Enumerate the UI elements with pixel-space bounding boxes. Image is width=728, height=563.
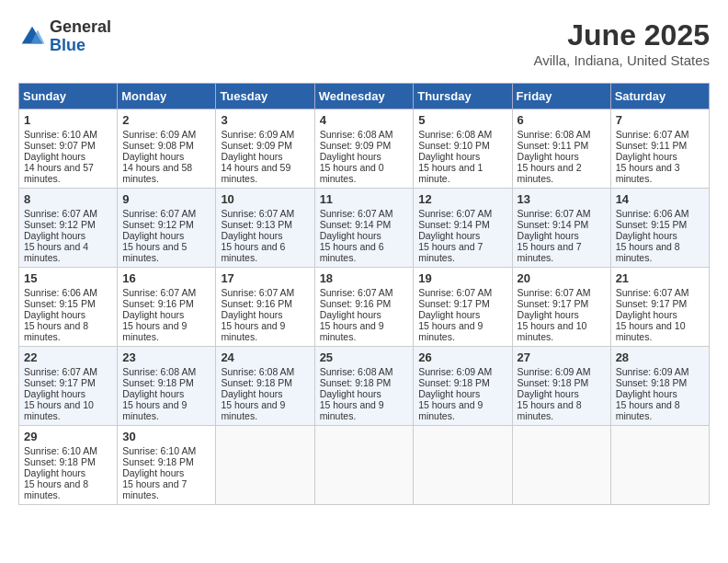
calendar-week-row: 8 Sunrise: 6:07 AM Sunset: 9:12 PM Dayli…: [19, 189, 710, 268]
day-number: 9: [122, 192, 210, 206]
day-number: 23: [122, 350, 210, 364]
daylight-label: Daylight hours: [320, 309, 381, 320]
day-number: 22: [24, 350, 112, 364]
daylight-label: Daylight hours: [320, 230, 381, 241]
daylight-label: Daylight hours: [24, 309, 85, 320]
daylight-value: 15 hours and 8 minutes.: [24, 320, 88, 342]
sunset-label: Sunset: 9:11 PM: [616, 140, 688, 151]
calendar-cell: 26 Sunrise: 6:09 AM Sunset: 9:18 PM Dayl…: [414, 347, 512, 426]
weekday-header: Wednesday: [314, 84, 414, 109]
calendar-cell: 16 Sunrise: 6:07 AM Sunset: 9:16 PM Dayl…: [118, 268, 216, 347]
weekday-header: Monday: [118, 84, 216, 109]
daylight-value: 15 hours and 9 minutes.: [418, 399, 483, 421]
calendar-cell: 13 Sunrise: 6:07 AM Sunset: 9:14 PM Dayl…: [512, 189, 610, 268]
calendar-cell: 19 Sunrise: 6:07 AM Sunset: 9:17 PM Dayl…: [414, 268, 512, 347]
daylight-label: Daylight hours: [518, 309, 579, 320]
sunset-label: Sunset: 9:15 PM: [616, 219, 688, 230]
daylight-value: 15 hours and 8 minutes.: [616, 399, 680, 421]
day-number: 5: [418, 113, 506, 127]
calendar-cell: 18 Sunrise: 6:07 AM Sunset: 9:16 PM Dayl…: [314, 268, 414, 347]
sunset-label: Sunset: 9:11 PM: [518, 140, 589, 151]
daylight-label: Daylight hours: [616, 388, 677, 399]
sunrise-label: Sunrise: 6:07 AM: [221, 287, 294, 298]
day-number: 10: [221, 192, 309, 206]
daylight-label: Daylight hours: [418, 230, 480, 241]
sunrise-label: Sunrise: 6:08 AM: [518, 129, 591, 140]
page-header: General Blue June 2025 Avilla, Indiana, …: [18, 18, 710, 68]
title-area: June 2025 Avilla, Indiana, United States: [533, 18, 710, 68]
daylight-label: Daylight hours: [221, 388, 282, 399]
sunrise-label: Sunrise: 6:07 AM: [122, 287, 196, 298]
sunset-label: Sunset: 9:18 PM: [320, 377, 392, 388]
sunset-label: Sunset: 9:16 PM: [122, 298, 194, 309]
daylight-label: Daylight hours: [122, 151, 184, 162]
daylight-value: 15 hours and 9 minutes.: [221, 320, 285, 342]
daylight-label: Daylight hours: [122, 309, 184, 320]
daylight-value: 15 hours and 8 minutes.: [518, 399, 582, 421]
calendar-table: SundayMondayTuesdayWednesdayThursdayFrid…: [18, 83, 710, 505]
sunrise-label: Sunrise: 6:07 AM: [518, 208, 591, 219]
calendar-cell: 7 Sunrise: 6:07 AM Sunset: 9:11 PM Dayli…: [610, 109, 709, 189]
daylight-label: Daylight hours: [122, 467, 184, 478]
day-number: 1: [24, 113, 112, 127]
daylight-label: Daylight hours: [320, 388, 381, 399]
sunset-label: Sunset: 9:18 PM: [518, 377, 589, 388]
calendar-cell: 20 Sunrise: 6:07 AM Sunset: 9:17 PM Dayl…: [512, 268, 610, 347]
calendar-cell: 24 Sunrise: 6:08 AM Sunset: 9:18 PM Dayl…: [216, 347, 314, 426]
calendar-cell: 10 Sunrise: 6:07 AM Sunset: 9:13 PM Dayl…: [216, 189, 314, 268]
sunset-label: Sunset: 9:17 PM: [24, 377, 96, 388]
calendar-cell: 25 Sunrise: 6:08 AM Sunset: 9:18 PM Dayl…: [314, 347, 414, 426]
calendar-cell: 8 Sunrise: 6:07 AM Sunset: 9:12 PM Dayli…: [19, 189, 118, 268]
day-number: 20: [518, 271, 606, 285]
sunset-label: Sunset: 9:14 PM: [320, 219, 392, 230]
day-number: 2: [122, 113, 210, 127]
sunrise-label: Sunrise: 6:06 AM: [24, 287, 97, 298]
daylight-value: 14 hours and 59 minutes.: [221, 162, 290, 184]
calendar-week-row: 22 Sunrise: 6:07 AM Sunset: 9:17 PM Dayl…: [19, 347, 710, 426]
daylight-value: 15 hours and 7 minutes.: [518, 241, 582, 263]
location: Avilla, Indiana, United States: [533, 52, 710, 68]
calendar-week-row: 29 Sunrise: 6:10 AM Sunset: 9:18 PM Dayl…: [19, 426, 710, 505]
calendar-cell: 27 Sunrise: 6:09 AM Sunset: 9:18 PM Dayl…: [512, 347, 610, 426]
daylight-label: Daylight hours: [518, 388, 579, 399]
daylight-value: 15 hours and 1 minute.: [418, 162, 483, 184]
day-number: 7: [616, 113, 704, 127]
sunrise-label: Sunrise: 6:08 AM: [122, 366, 196, 377]
day-number: 3: [221, 113, 309, 127]
calendar-cell: 30 Sunrise: 6:10 AM Sunset: 9:18 PM Dayl…: [118, 426, 216, 505]
weekday-header: Sunday: [19, 84, 118, 109]
day-number: 29: [24, 430, 112, 443]
daylight-value: 15 hours and 6 minutes.: [221, 241, 285, 263]
daylight-value: 15 hours and 10 minutes.: [24, 399, 94, 421]
daylight-label: Daylight hours: [418, 151, 480, 162]
sunrise-label: Sunrise: 6:08 AM: [320, 129, 393, 140]
sunrise-label: Sunrise: 6:07 AM: [518, 287, 591, 298]
calendar-cell: 12 Sunrise: 6:07 AM Sunset: 9:14 PM Dayl…: [414, 189, 512, 268]
daylight-label: Daylight hours: [320, 151, 381, 162]
calendar-cell: 15 Sunrise: 6:06 AM Sunset: 9:15 PM Dayl…: [19, 268, 118, 347]
daylight-label: Daylight hours: [418, 309, 480, 320]
sunrise-label: Sunrise: 6:07 AM: [122, 208, 196, 219]
daylight-value: 15 hours and 0 minutes.: [320, 162, 384, 184]
logo-general: General: [50, 18, 111, 37]
daylight-label: Daylight hours: [518, 230, 579, 241]
sunrise-label: Sunrise: 6:09 AM: [616, 366, 689, 377]
calendar-cell: 17 Sunrise: 6:07 AM Sunset: 9:16 PM Dayl…: [216, 268, 314, 347]
sunrise-label: Sunrise: 6:07 AM: [24, 366, 97, 377]
daylight-value: 15 hours and 2 minutes.: [518, 162, 582, 184]
sunrise-label: Sunrise: 6:10 AM: [24, 129, 97, 140]
daylight-value: 15 hours and 6 minutes.: [320, 241, 384, 263]
logo-text: General Blue: [50, 18, 111, 55]
day-number: 19: [418, 271, 506, 285]
calendar-week-row: 1 Sunrise: 6:10 AM Sunset: 9:07 PM Dayli…: [19, 109, 710, 189]
daylight-label: Daylight hours: [518, 151, 579, 162]
logo-blue: Blue: [50, 37, 111, 55]
weekday-header: Saturday: [610, 84, 709, 109]
calendar-cell: [216, 426, 314, 505]
sunrise-label: Sunrise: 6:10 AM: [122, 445, 196, 456]
sunrise-label: Sunrise: 6:07 AM: [418, 287, 492, 298]
calendar-cell: 14 Sunrise: 6:06 AM Sunset: 9:15 PM Dayl…: [610, 189, 709, 268]
calendar-cell: 28 Sunrise: 6:09 AM Sunset: 9:18 PM Dayl…: [610, 347, 709, 426]
daylight-value: 15 hours and 10 minutes.: [518, 320, 587, 342]
daylight-value: 15 hours and 3 minutes.: [616, 162, 680, 184]
